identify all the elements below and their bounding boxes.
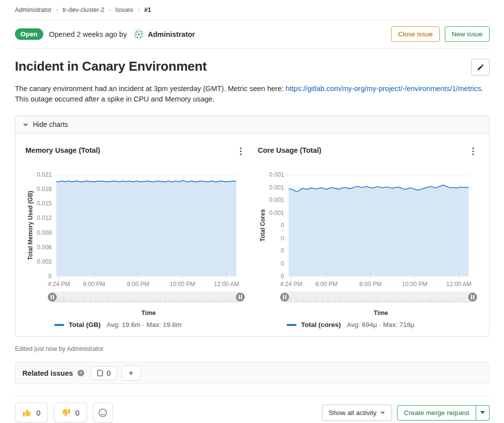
related-issues-count-badge: 0 (91, 366, 117, 380)
create-merge-request-button[interactable]: Create merge request (397, 405, 476, 421)
chevron-down-icon (380, 410, 385, 415)
svg-text:Total Memory Used (GB): Total Memory Used (GB) (27, 191, 34, 260)
issue-page: Administrator › tr-dev-cluster-2 › Issue… (0, 0, 504, 423)
description-text: The canary environment had an incident a… (15, 85, 286, 93)
svg-text:?: ? (79, 371, 82, 376)
chevron-down-icon (23, 122, 28, 127)
svg-text:0.015: 0.015 (37, 200, 52, 207)
breadcrumb-item-project[interactable]: tr-dev-cluster-2 (63, 6, 104, 13)
memory-usage-panel: Memory Usage (Total) 0.0210.0180.0150.01… (25, 146, 249, 328)
slider-handle-right[interactable] (468, 293, 477, 302)
chart-zoom-slider[interactable] (48, 292, 245, 303)
svg-text:0.003: 0.003 (37, 258, 52, 265)
svg-text:0.021: 0.021 (37, 171, 52, 178)
create-mr-dropdown-toggle[interactable] (476, 405, 490, 421)
kebab-vertical-icon (240, 147, 242, 155)
chevron-right-icon: › (109, 6, 111, 13)
slider-handle-left[interactable] (280, 293, 289, 302)
awards-row: 0 0 Show all activity Create merge reque… (15, 396, 490, 423)
svg-text:4:24 PM: 4:24 PM (280, 281, 302, 288)
svg-text:10:00 PM: 10:00 PM (170, 281, 195, 288)
kebab-vertical-icon (472, 147, 474, 155)
svg-text:0: 0 (281, 222, 284, 229)
svg-text:0.012: 0.012 (37, 214, 52, 221)
svg-text:12:00 AM: 12:00 AM (214, 281, 239, 288)
issue-description: The canary environment had an incident a… (15, 84, 490, 105)
status-badge: Open (15, 28, 43, 40)
legend-series-stats: Avg: 19.6m · Max: 19.8m (106, 321, 182, 328)
breadcrumb-item-issues[interactable]: Issues (115, 6, 133, 13)
pencil-icon (477, 63, 485, 71)
chevron-right-icon: › (138, 6, 140, 13)
metrics-charts-card: Hide charts Memory Usage (Total) 0.0210.… (15, 115, 490, 337)
svg-text:Total Cores: Total Cores (259, 209, 266, 241)
legend-series-name: Total (GB) (69, 321, 101, 328)
svg-text:0: 0 (281, 273, 284, 280)
thumbs-down-icon (61, 408, 71, 418)
svg-text:0.001: 0.001 (269, 184, 284, 191)
smiley-face-icon (98, 408, 107, 418)
edit-title-button[interactable] (471, 59, 490, 76)
svg-text:0.006: 0.006 (37, 244, 52, 251)
svg-text:8:00 PM: 8:00 PM (127, 281, 149, 288)
emoji-picker-button[interactable] (93, 403, 113, 423)
core-usage-chart: 0.0010.0010.0010.00100000Total Cores4:24… (258, 171, 479, 306)
core-usage-panel: Core Usage (Total) 0.0010.0010.0010.0010… (258, 146, 481, 328)
legend-series-name: Total (cores) (301, 321, 341, 328)
metrics-link[interactable]: https://gitlab.com/my-org/my-project/-/e… (286, 85, 481, 93)
svg-text:4:24 PM: 4:24 PM (48, 281, 70, 288)
activity-filter-dropdown[interactable]: Show all activity (322, 405, 392, 421)
svg-text:6:00 PM: 6:00 PM (315, 281, 338, 288)
thumbs-down-count: 0 (75, 409, 79, 417)
svg-text:0: 0 (281, 235, 284, 242)
charts-row: Memory Usage (Total) 0.0210.0180.0150.01… (15, 133, 489, 336)
thumbs-up-icon (22, 408, 32, 418)
svg-text:0.009: 0.009 (37, 229, 52, 236)
opened-text: Opened 2 weeks ago by (49, 30, 127, 38)
memory-usage-chart: 0.0210.0180.0150.0120.0090.0060.0030Tota… (25, 171, 246, 306)
breadcrumb-item-issue-number: #1 (144, 6, 151, 13)
slider-handle-right[interactable] (236, 293, 245, 302)
x-axis-title: Time (25, 310, 249, 317)
close-issue-button[interactable]: Close issue (391, 26, 440, 42)
svg-text:0: 0 (281, 247, 284, 254)
add-related-issue-button[interactable]: + (121, 365, 141, 381)
thumbs-up-button[interactable]: 0 (15, 403, 48, 423)
thumbs-down-button[interactable]: 0 (54, 403, 87, 423)
related-issues-label: Related issues (22, 369, 73, 377)
legend-series-stats: Avg: 694µ · Max: 718µ (347, 321, 414, 328)
related-issues-count: 0 (107, 369, 111, 377)
title-row: Incident in Canary Environment (15, 49, 490, 79)
author-name[interactable]: Administrator (148, 30, 195, 38)
breadcrumb-item-administrator[interactable]: Administrator (15, 6, 52, 13)
edited-note: Edited just now by Administrator (15, 345, 490, 352)
slider-handle-left[interactable] (48, 293, 57, 302)
help-icon[interactable]: ? (77, 369, 85, 377)
chart-options-button[interactable] (237, 146, 245, 158)
svg-text:0.001: 0.001 (269, 197, 284, 204)
breadcrumb: Administrator › tr-dev-cluster-2 › Issue… (15, 0, 490, 19)
svg-text:0: 0 (48, 273, 52, 280)
create-mr-split-button: Create merge request (397, 405, 490, 421)
svg-text:0.001: 0.001 (269, 171, 284, 178)
chart-title-memory: Memory Usage (Total) (25, 146, 100, 154)
chart-zoom-slider[interactable] (280, 292, 477, 303)
related-issues-card: Related issues ? 0 + (15, 362, 490, 384)
svg-text:0.018: 0.018 (37, 186, 52, 193)
svg-text:6:00 PM: 6:00 PM (83, 281, 105, 288)
issue-status-row: Open Opened 2 weeks ago by Administrator… (15, 20, 490, 48)
chart-legend[interactable]: Total (GB) Avg: 19.6m · Max: 19.8m (54, 321, 249, 328)
thumbs-up-count: 0 (36, 409, 40, 417)
new-issue-button[interactable]: New issue (445, 26, 490, 42)
chart-title-cores: Core Usage (Total) (258, 146, 321, 154)
chart-legend[interactable]: Total (cores) Avg: 694µ · Max: 718µ (287, 321, 481, 328)
svg-text:0.001: 0.001 (269, 210, 284, 216)
chart-options-button[interactable] (469, 146, 477, 158)
hide-charts-label: Hide charts (33, 120, 68, 128)
svg-text:8:00 PM: 8:00 PM (359, 281, 382, 288)
legend-series-swatch (54, 324, 64, 326)
page-title: Incident in Canary Environment (15, 59, 207, 74)
hide-charts-toggle[interactable]: Hide charts (15, 116, 489, 133)
chevron-right-icon: › (56, 6, 58, 13)
avatar[interactable] (133, 28, 145, 40)
